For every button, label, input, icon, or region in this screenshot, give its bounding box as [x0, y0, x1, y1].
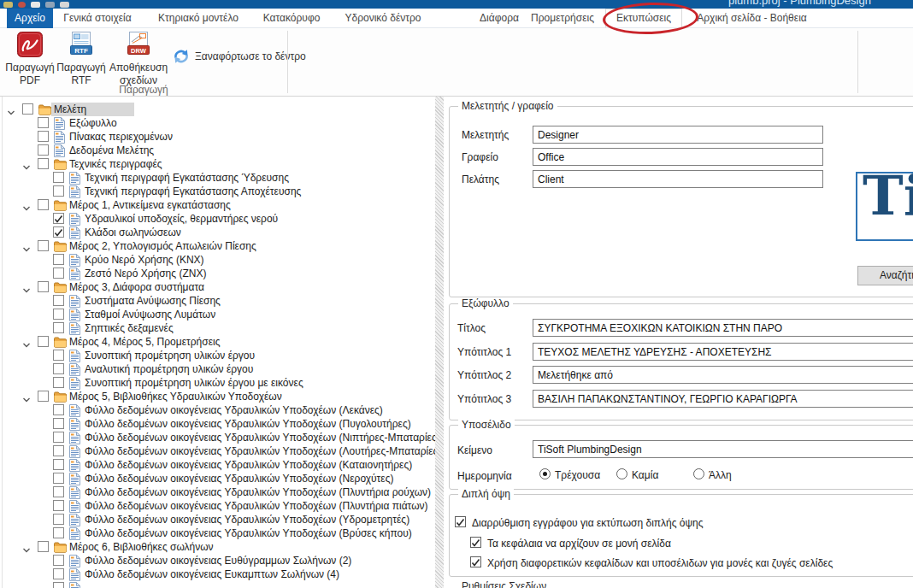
tree-checkbox[interactable]: [53, 486, 64, 497]
date-radio-2[interactable]: [616, 468, 627, 479]
panel-splitter[interactable]: [435, 97, 444, 588]
tree-checkbox[interactable]: [53, 322, 64, 333]
tree-item-label[interactable]: Φύλλο δεδομένων οικογένειας Υδραυλικών Υ…: [82, 499, 431, 513]
tree-checkbox[interactable]: [53, 404, 64, 415]
tree-item-label[interactable]: Ζεστό Νερό Χρήσης (ΖΝΧ): [82, 267, 209, 280]
tree-item-label[interactable]: Συστήματα Ανύψωσης Πίεσης: [82, 294, 223, 308]
tab-building-model[interactable]: Κτηριακό μοντέλο: [152, 9, 244, 27]
tree-checkbox[interactable]: [53, 363, 64, 374]
generate-pdf-button[interactable]: Παραγωγή PDF: [5, 30, 55, 87]
tree-checkbox[interactable]: [38, 144, 49, 156]
tree-checkbox[interactable]: [53, 514, 64, 525]
tree-checkbox[interactable]: [53, 172, 64, 183]
tree-item-label[interactable]: Εξώφυλλο: [67, 116, 120, 130]
chevron-down-icon[interactable]: [22, 543, 31, 551]
tree-item-label[interactable]: Φύλλο δεδομένων οικογένειας Υδραυλικών Υ…: [82, 526, 415, 540]
tree-checkbox[interactable]: [53, 309, 64, 320]
tree-item-label[interactable]: Φύλλο δεδομένων οικογένειας Υδραυλικών Υ…: [82, 458, 415, 472]
tree-checkbox[interactable]: [53, 445, 64, 456]
subtitle3-field[interactable]: [533, 390, 913, 408]
tab-file[interactable]: Αρχείο: [7, 9, 53, 28]
tab-general[interactable]: Γενικά στοιχεία: [56, 9, 138, 27]
quick-access-icon[interactable]: [45, 2, 55, 8]
tree-checkbox[interactable]: [53, 226, 64, 238]
title-field[interactable]: [533, 319, 913, 337]
tree-checkbox[interactable]: [53, 432, 64, 443]
tree-item-label[interactable]: Μέρος 3, Διάφορα συστήματα: [67, 280, 207, 294]
tree-item-label[interactable]: Αναλυτική προμέτρηση υλικών έργου: [82, 362, 256, 376]
tree-checkbox[interactable]: [53, 473, 64, 484]
tree-checkbox[interactable]: [53, 213, 64, 224]
search-button[interactable]: Αναζήτηση: [857, 266, 913, 285]
tree-checkbox[interactable]: [53, 582, 64, 588]
tree-checkbox[interactable]: [53, 568, 64, 579]
tree-checkbox[interactable]: [38, 240, 49, 251]
date-radio-1[interactable]: [539, 468, 551, 479]
tree-checkbox[interactable]: [53, 459, 64, 470]
tree-item-label[interactable]: Συνοπτική προμέτρηση υλικών έργου: [82, 349, 257, 362]
chevron-down-icon[interactable]: [22, 283, 31, 291]
tree-item-label[interactable]: Σηπτικές δεξαμενές: [82, 321, 176, 335]
tree-checkbox[interactable]: [53, 350, 64, 361]
designer-field[interactable]: [533, 126, 823, 144]
tree-checkbox[interactable]: [53, 377, 64, 388]
tree-item-label[interactable]: Συνοπτική προμέτρηση υλικών έργου με εικ…: [82, 376, 306, 390]
tree-checkbox[interactable]: [38, 391, 49, 402]
chevron-down-icon[interactable]: [22, 392, 31, 401]
tree-item-label[interactable]: Φύλλο δεδομένων οικογένειας Ευθύγραμμων …: [82, 554, 354, 567]
tree-checkbox[interactable]: [53, 254, 64, 265]
tab-home-help[interactable]: Αρχική σελίδα - Βοήθεια: [694, 9, 810, 27]
tree-checkbox[interactable]: [53, 268, 64, 279]
chevron-down-icon[interactable]: [22, 338, 31, 346]
tree-item-label[interactable]: Πίνακας περιεχομένων: [67, 130, 175, 144]
tree-item-label[interactable]: Τεχνική περιγραφή Εγκατάστασης Αποχέτευσ…: [82, 185, 303, 198]
tree-item-label[interactable]: Μελέτη: [51, 103, 134, 116]
tree-item-label[interactable]: Μέρος 2, Υπολογισμός Απωλειών Πίεσης: [67, 239, 259, 253]
tree-item-label[interactable]: Φύλλο δεδομένων οικογένειας Υδραυλικών Υ…: [82, 417, 414, 431]
tree-checkbox[interactable]: [53, 527, 64, 538]
duplex-checkbox-3[interactable]: [470, 556, 481, 567]
tree-checkbox[interactable]: [38, 336, 49, 347]
tree-item-label[interactable]: Μέρος 5, Βιβλιοθήκες Υδραυλικών Υποδοχέω…: [67, 390, 285, 403]
quick-access-icon[interactable]: [3, 2, 13, 8]
subtitle1-field[interactable]: [533, 343, 913, 361]
duplex-checkbox-1[interactable]: [455, 516, 466, 527]
tree-checkbox[interactable]: [38, 117, 49, 128]
tab-hydronic-tree[interactable]: Υδρονικό δέντρο: [339, 9, 427, 27]
quick-access-icon[interactable]: [31, 2, 40, 8]
chevron-down-icon[interactable]: [7, 105, 15, 114]
tab-vertical[interactable]: Κατακόρυφο: [255, 9, 328, 27]
tree-checkbox[interactable]: [53, 500, 64, 511]
tree-checkbox[interactable]: [53, 185, 64, 197]
tree-checkbox[interactable]: [38, 199, 49, 210]
tab-quantities[interactable]: Προμετρήσεις: [523, 9, 602, 27]
chevron-down-icon[interactable]: [22, 242, 31, 250]
tree-checkbox[interactable]: [38, 541, 49, 552]
quick-access-icon[interactable]: [18, 2, 26, 8]
tree-item-label[interactable]: Κλάδοι σωληνώσεων: [82, 226, 184, 239]
tree-item-label[interactable]: Φύλλο δεδομένων οικογένειας Υδραυλικών Υ…: [82, 472, 397, 485]
tree-item-label[interactable]: Φύλλο δεδομένων οικογένειας Υδραυλικών Υ…: [82, 485, 433, 499]
chevron-down-icon[interactable]: [22, 160, 31, 168]
tree-checkbox[interactable]: [53, 418, 64, 429]
chevron-down-icon[interactable]: [22, 201, 31, 209]
tree-item-label[interactable]: Μέρος 1, Αντικείμενα εγκατάστασης: [67, 198, 233, 212]
save-drawings-button[interactable]: DRWΑποθήκευση σχεδίων: [108, 30, 169, 87]
tree-checkbox[interactable]: [53, 555, 64, 566]
tree-item-label[interactable]: Δεδομένα Μελέτης: [67, 144, 156, 157]
tree-item-label[interactable]: Μέρος 4, Μέρος 5, Προμετρήσεις: [67, 335, 222, 349]
tree-checkbox[interactable]: [53, 295, 64, 306]
footer-text-field[interactable]: [533, 440, 913, 458]
tree-item-label[interactable]: Φύλλο δεδομένων οικογένειας Υδραυλικών Υ…: [82, 444, 435, 458]
office-field[interactable]: [533, 148, 823, 166]
generate-rtf-button[interactable]: RTFΠαραγωγή RTF: [56, 30, 106, 87]
tree-item-label[interactable]: Φύλλο δεδομένων οικογένειας Υδραυλικών Υ…: [82, 431, 435, 444]
tree-item-label[interactable]: Φύλλο δεδομένων οικογένειας Ευκαμπτων Σω…: [82, 567, 342, 581]
tree-checkbox[interactable]: [38, 158, 49, 169]
tree-item-label[interactable]: Φύλλο δεδομένων οικογένειας Υδραυλικών Υ…: [82, 403, 386, 417]
tree-item-label[interactable]: Υδραυλικοί υποδοχείς, θερμαντήρες νερού: [82, 212, 280, 226]
tree-checkbox[interactable]: [22, 103, 33, 115]
client-field[interactable]: [533, 170, 823, 188]
tree-item-label[interactable]: Φύλλο δεδομένων οικογένειας Υδραυλικών Υ…: [82, 513, 412, 526]
tree-item-label[interactable]: Σταθμοί Ανύψωσης Λυμάτων: [82, 308, 218, 321]
